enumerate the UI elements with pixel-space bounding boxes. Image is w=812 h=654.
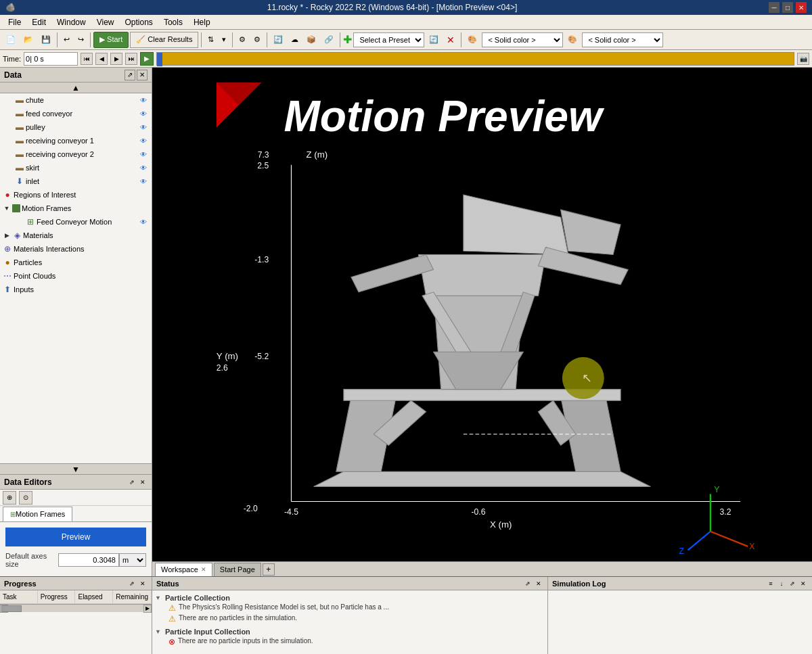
new-button[interactable]: 📄 xyxy=(3,32,19,48)
preset-dropdown[interactable]: Select a Preset xyxy=(353,32,424,47)
menu-options[interactable]: Options xyxy=(120,16,158,28)
color-picker2-button[interactable]: 🎨 xyxy=(564,32,581,48)
tree-item-regions[interactable]: ● Regions of Interest xyxy=(0,188,152,202)
eye-fcm[interactable]: 👁 xyxy=(138,217,149,227)
eye-skirt[interactable]: 👁 xyxy=(138,163,149,172)
sim-log-expand-button[interactable]: ⇗ xyxy=(788,579,797,588)
workspace-tab-close[interactable]: ✕ xyxy=(201,566,206,573)
materials-label: Materials xyxy=(23,231,149,239)
preset-refresh-button[interactable]: 🔄 xyxy=(426,32,442,48)
data-panel-expand-button[interactable]: ⇗ xyxy=(125,70,135,80)
tree-item-chute[interactable]: ▬ chute 👁 xyxy=(0,93,152,107)
minimize-button[interactable]: ─ xyxy=(769,2,780,13)
tree-item-feed-conveyor-motion[interactable]: ⊞ Feed Conveyor Motion 👁 xyxy=(0,215,152,229)
redo-button[interactable]: ↪ xyxy=(74,32,87,48)
start-page-tab[interactable]: Start Page xyxy=(214,563,261,576)
data-editors-toolbar: ⊕ ⊙ xyxy=(0,490,152,506)
menu-edit[interactable]: Edit xyxy=(26,16,51,28)
box-button[interactable]: 📦 xyxy=(303,32,319,48)
menu-help[interactable]: Help xyxy=(188,16,216,28)
add-tab-button[interactable]: + xyxy=(263,563,275,576)
tree-item-inlet[interactable]: ⬇ inlet 👁 xyxy=(0,174,152,188)
preset-refresh-icon: 🔄 xyxy=(429,35,438,44)
save-button[interactable]: 💾 xyxy=(38,32,54,48)
preset-delete-button[interactable]: ✕ xyxy=(443,32,458,48)
export-dropdown-button[interactable]: ▾ xyxy=(219,32,229,48)
menu-view[interactable]: View xyxy=(91,16,120,28)
preview-button[interactable]: Preview xyxy=(5,528,146,546)
time-slider[interactable] xyxy=(156,52,794,66)
progress-close-button[interactable]: ✕ xyxy=(138,579,148,588)
tree-item-receiving-conveyor-2[interactable]: ▬ receiving conveyor 2 👁 xyxy=(0,147,152,161)
box-icon: 📦 xyxy=(307,35,316,44)
collapse-particle-collection[interactable]: ▼ xyxy=(155,594,161,601)
de-tool2-button[interactable]: ⊙ xyxy=(19,491,32,505)
menu-file[interactable]: File xyxy=(3,16,26,28)
solid-color-dropdown-2[interactable]: < Solid color > xyxy=(582,32,663,47)
undo-button[interactable]: ↩ xyxy=(60,32,73,48)
settings2-button[interactable]: ⚙ xyxy=(250,32,264,48)
scroll-thumb[interactable] xyxy=(1,605,22,612)
tree-item-receiving-conveyor-1[interactable]: ▬ receiving conveyor 1 👁 xyxy=(0,134,152,147)
menu-window[interactable]: Window xyxy=(51,16,91,28)
default-axes-size-input[interactable] xyxy=(58,553,119,567)
time-input[interactable] xyxy=(24,52,78,66)
eye-rc2[interactable]: 👁 xyxy=(138,149,149,159)
link-button[interactable]: 🔗 xyxy=(321,32,337,48)
tab-motion-frames[interactable]: ⊞ Motion Frames xyxy=(3,507,72,521)
eye-pulley[interactable]: 👁 xyxy=(138,122,149,132)
tree-item-skirt[interactable]: ▬ skirt 👁 xyxy=(0,161,152,174)
default-axes-size-unit[interactable]: m xyxy=(119,553,146,567)
de-tool1-button[interactable]: ⊕ xyxy=(3,491,16,505)
skip-to-start-button[interactable]: ⏮ xyxy=(81,53,93,65)
settings-button[interactable]: ⚙ xyxy=(235,32,249,48)
tree-item-motion-frames[interactable]: ▼ Motion Frames xyxy=(0,202,152,215)
main-toolbar: 📄 📂 💾 ↩ ↪ ▶ Start 🧹 Clear Results ⇅ ▾ ⚙ … xyxy=(0,30,812,50)
sim-log-close-button[interactable]: ✕ xyxy=(798,579,808,588)
workspace-tab[interactable]: Workspace ✕ xyxy=(155,563,212,576)
status-close-button[interactable]: ✕ xyxy=(534,579,543,588)
menu-tools[interactable]: Tools xyxy=(158,16,188,28)
data-panel-close-button[interactable]: ✕ xyxy=(137,70,148,80)
step-back-button[interactable]: ◀ xyxy=(95,53,108,65)
start-button[interactable]: ▶ Start xyxy=(93,32,129,48)
export-button[interactable]: ⇅ xyxy=(204,32,217,48)
de-expand-button[interactable]: ⇗ xyxy=(127,477,137,487)
tree-item-inputs[interactable]: ⬆ Inputs xyxy=(0,283,152,296)
tree-item-particles[interactable]: ● Particles xyxy=(0,256,152,269)
sim-log-filter-button[interactable]: ≡ xyxy=(766,579,775,588)
open-button[interactable]: 📂 xyxy=(20,32,37,48)
refresh-button[interactable]: 🔄 xyxy=(270,32,286,48)
step-forward-button[interactable]: ▶ xyxy=(110,53,122,65)
eye-inlet[interactable]: 👁 xyxy=(138,177,149,186)
tree-scroll-down[interactable]: ▼ xyxy=(0,463,152,474)
skip-to-end-button[interactable]: ⏭ xyxy=(125,53,137,65)
tree-item-materials[interactable]: ▶ ◈ Materials xyxy=(0,229,152,242)
expand-motion-frames[interactable]: ▼ xyxy=(3,204,11,212)
color-picker-button[interactable]: 🎨 xyxy=(464,32,480,48)
collapse-particle-input[interactable]: ▼ xyxy=(155,628,161,635)
cloud-button[interactable]: ☁ xyxy=(288,32,302,48)
clear-results-button[interactable]: 🧹 Clear Results xyxy=(130,32,198,48)
scroll-right[interactable]: ▶ xyxy=(143,605,152,613)
expand-materials[interactable]: ▶ xyxy=(3,231,11,239)
maximize-button[interactable]: □ xyxy=(782,2,793,13)
progress-expand-button[interactable]: ⇗ xyxy=(127,579,137,588)
tree-item-point-clouds[interactable]: ⋯ Point Clouds xyxy=(0,269,152,283)
camera-button[interactable]: 📷 xyxy=(797,53,809,65)
eye-feed-conveyor[interactable]: 👁 xyxy=(138,109,149,118)
eye-chute[interactable]: 👁 xyxy=(138,95,149,105)
sim-log-save-button[interactable]: ↓ xyxy=(777,579,786,588)
tree-item-feed-conveyor[interactable]: ▬ feed conveyor 👁 xyxy=(0,107,152,120)
de-close-button[interactable]: ✕ xyxy=(138,477,148,487)
close-button[interactable]: ✕ xyxy=(796,2,807,13)
progress-scrollbar[interactable]: ◀ ▶ xyxy=(0,604,152,612)
svg-text:Y: Y xyxy=(714,485,719,494)
tree-scroll-up[interactable]: ▲ xyxy=(0,83,152,93)
play-button[interactable]: ▶ xyxy=(140,52,154,66)
tree-item-pulley[interactable]: ▬ pulley 👁 xyxy=(0,120,152,134)
status-expand-button[interactable]: ⇗ xyxy=(523,579,533,588)
solid-color-dropdown-1[interactable]: < Solid color > xyxy=(482,32,563,47)
eye-rc1[interactable]: 👁 xyxy=(138,136,149,145)
tree-item-materials-interactions[interactable]: ⊕ Materials Interactions xyxy=(0,242,152,256)
